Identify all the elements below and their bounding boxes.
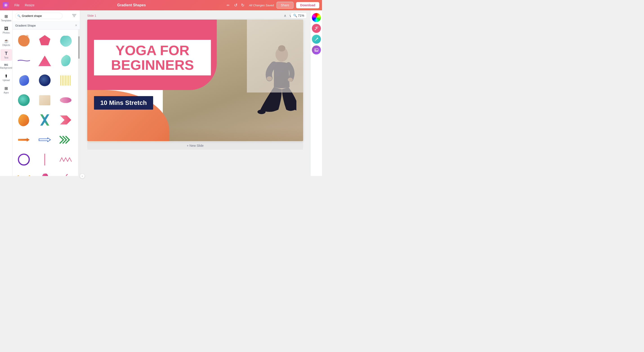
sidebar-item-photos[interactable]: 🖼 Photos <box>0 25 12 36</box>
paint-tool-button[interactable] <box>312 35 321 44</box>
shape-arrow-orange-gradient[interactable] <box>15 131 33 149</box>
right-sidebar: 𝓕 <box>310 10 322 176</box>
slide-header: Slide 1 ∧ ∨ ⧉ ⊞ <box>87 13 303 18</box>
download-button[interactable]: Download <box>296 2 319 8</box>
upload-icon: ⬆ <box>4 74 8 79</box>
yoga-subtitle-box: 10 Mins Stretch <box>94 96 153 110</box>
shape-triangle-pink[interactable] <box>36 52 54 70</box>
yoga-subtitle-text: 10 Mins Stretch <box>100 99 147 106</box>
shape-silhouette-pink[interactable] <box>36 170 54 176</box>
svg-point-26 <box>317 38 318 39</box>
active-tag: Gradient Shape × <box>12 22 80 30</box>
upload-label: Upload <box>3 79 10 82</box>
app-logo[interactable] <box>3 2 9 8</box>
apps-icon: ⊞ <box>4 86 8 91</box>
main-layout: ⊞ Templates 🖼 Photos ☕ Objects T Text BG… <box>0 10 322 176</box>
sidebar-item-objects[interactable]: ☕ Objects <box>0 37 12 48</box>
yoga-title-line1: YOGA FOR <box>100 43 206 58</box>
navbar-menu: File Resize <box>12 3 36 8</box>
wall-bg <box>247 20 303 93</box>
shape-blob-orange2[interactable] <box>15 111 33 129</box>
svg-marker-6 <box>38 56 51 66</box>
left-sidebar: ⊞ Templates 🖼 Photos ☕ Objects T Text BG… <box>0 10 12 176</box>
slide-canvas[interactable]: YOGA FOR BEGINNERS 10 Mins Stretch <box>87 20 303 141</box>
shape-chevrons-green[interactable] <box>57 131 75 149</box>
tag-close-button[interactable]: × <box>75 24 77 28</box>
file-menu[interactable]: File <box>12 3 21 8</box>
saved-status: All Changes Saved <box>249 4 274 7</box>
search-input[interactable] <box>15 13 62 19</box>
search-bar: 🔍 <box>12 10 80 22</box>
share-button[interactable]: Share <box>276 2 294 9</box>
objects-icon: ☕ <box>4 39 9 44</box>
resize-menu[interactable]: Resize <box>23 3 36 8</box>
slide-label: Slide 1 <box>87 14 96 17</box>
shape-blob-pink-gradient[interactable] <box>57 91 75 109</box>
shape-circle-teal[interactable] <box>15 91 33 109</box>
svg-marker-5 <box>39 35 50 45</box>
new-slide-button[interactable]: + New Slide <box>87 142 303 150</box>
svg-point-28 <box>315 49 316 50</box>
text-label: Text <box>4 57 8 59</box>
shape-rect-beige[interactable] <box>36 91 54 109</box>
color-wheel-button[interactable] <box>312 13 321 22</box>
apps-label: Apps <box>4 91 9 94</box>
shape-lines-yellow[interactable] <box>57 71 75 89</box>
text-icon: T <box>5 51 8 56</box>
zoom-indicator[interactable]: 🔍 71% <box>291 13 307 19</box>
sidebar-item-apps[interactable]: ⊞ Apps <box>0 84 12 96</box>
shape-blob-teal2[interactable] <box>57 52 75 70</box>
canvas-area: 🔍 71% Slide 1 ∧ ∨ ⧉ ⊞ <box>80 10 310 176</box>
filter-button[interactable] <box>71 13 77 19</box>
svg-point-7 <box>39 75 50 86</box>
shape-squiggle-pink[interactable] <box>57 170 75 176</box>
svg-point-24 <box>258 110 266 114</box>
shape-brush-stroke[interactable] <box>15 52 33 70</box>
svg-point-18 <box>18 154 29 165</box>
shapes-panel: 🔍 Gradient Shape × <box>12 10 80 176</box>
photos-icon: 🖼 <box>4 26 8 31</box>
search-wrapper: 🔍 <box>15 13 70 19</box>
shape-pentagon-pink[interactable] <box>36 32 54 50</box>
edit-title-icon[interactable]: ✏ <box>227 3 230 8</box>
zoom-value: 71% <box>298 14 304 17</box>
undo-redo-group: ↺ ↻ <box>233 2 245 9</box>
yoga-title-line2: BEGINNERS <box>100 58 206 72</box>
document-title: Gradient Shapes <box>40 3 223 7</box>
svg-point-17 <box>60 97 71 103</box>
shape-zigzag-pink[interactable] <box>57 151 75 169</box>
shape-circle-outline-purple[interactable] <box>15 151 33 169</box>
background-label: Background <box>0 67 12 69</box>
zoom-icon: 🔍 <box>293 14 297 17</box>
svg-point-4 <box>26 35 28 38</box>
redo-button[interactable]: ↻ <box>240 2 245 9</box>
sidebar-item-text[interactable]: T Text <box>0 49 12 61</box>
templates-icon: ⊞ <box>4 14 8 19</box>
sidebar-item-background[interactable]: BG Background <box>0 62 12 71</box>
shape-arrow-blue-outline[interactable] <box>36 131 54 149</box>
sidebar-item-upload[interactable]: ⬆ Upload <box>0 72 12 83</box>
shape-vertical-line-pink[interactable] <box>36 151 54 169</box>
scrollbar-track[interactable] <box>78 30 80 176</box>
shape-blob-orange[interactable] <box>15 32 33 50</box>
background-icon: BG <box>4 64 8 66</box>
slide-up-button[interactable]: ∧ <box>283 13 287 18</box>
yoga-title-box: YOGA FOR BEGINNERS <box>94 40 211 75</box>
shape-chevron-down-yellow[interactable] <box>15 170 33 176</box>
font-tool-button[interactable]: 𝓕 <box>312 24 321 33</box>
undo-button[interactable]: ↺ <box>233 2 238 9</box>
shape-chevron-pink[interactable] <box>57 111 75 129</box>
templates-label: Templates <box>1 19 12 22</box>
shapes-grid <box>12 30 78 176</box>
sidebar-item-templates[interactable]: ⊞ Templates <box>0 12 12 24</box>
scrollbar-thumb[interactable] <box>78 36 80 59</box>
image-tool-button[interactable] <box>312 46 321 55</box>
floor-area <box>163 128 303 141</box>
tag-label: Gradient Shape <box>15 24 36 27</box>
shape-blob-blue[interactable] <box>15 71 33 89</box>
photos-label: Photos <box>3 32 10 34</box>
shape-x-arrows[interactable] <box>36 111 54 129</box>
search-icon: 🔍 <box>17 15 21 18</box>
shape-blob-teal[interactable] <box>57 32 75 50</box>
shape-circle-navy[interactable] <box>36 71 54 89</box>
